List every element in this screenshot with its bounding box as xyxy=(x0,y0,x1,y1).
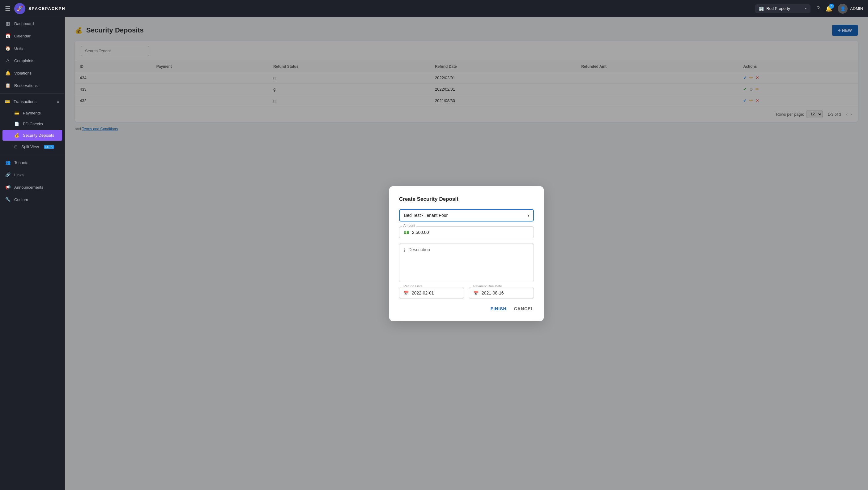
announcements-icon: 📢 xyxy=(5,185,10,190)
sidebar-label-tenants: Tenants xyxy=(14,160,28,165)
sidebar-item-links[interactable]: 🔗 Links xyxy=(0,169,65,181)
sidebar-label-units: Units xyxy=(14,46,24,51)
tenants-icon: 👥 xyxy=(5,160,10,165)
sidebar: ▦ Dashboard 📅 Calendar 🏠 Units ⚠ Complai… xyxy=(0,17,65,490)
sidebar-label-pd-checks: PD Checks xyxy=(23,121,43,126)
description-icon: ℹ xyxy=(404,248,405,253)
security-deposits-icon: 💰 xyxy=(14,133,19,138)
sidebar-label-custom: Custom xyxy=(14,197,28,202)
sidebar-label-security-deposits: Security Deposits xyxy=(23,133,54,138)
sidebar-item-dashboard[interactable]: ▦ Dashboard xyxy=(0,17,65,30)
sidebar-label-complaints: Complaints xyxy=(14,58,34,63)
complaints-icon: ⚠ xyxy=(5,58,10,63)
refund-date-field[interactable]: 📅 2022-02-01 xyxy=(399,287,464,299)
modal-footer: FINISH CANCEL xyxy=(399,306,534,311)
sidebar-item-transactions[interactable]: 💳 Transactions ∧ xyxy=(0,95,65,108)
tenant-dropdown-group: Bed Test - Tenant Four xyxy=(399,209,534,222)
transactions-submenu: 💳 Payments 📄 PD Checks 💰 Security Deposi… xyxy=(0,108,65,152)
sidebar-item-custom[interactable]: 🔧 Custom xyxy=(0,193,65,206)
amount-field-wrapper: 💵 xyxy=(399,226,534,238)
sidebar-label-announcements: Announcements xyxy=(14,185,43,190)
app-logo: 🚀 SPACEPACKPH xyxy=(14,3,65,14)
reservations-icon: 📋 xyxy=(5,83,10,88)
sidebar-label-reservations: Reservations xyxy=(14,83,38,88)
property-chevron-icon: ▾ xyxy=(805,6,807,10)
modal-title: Create Security Deposit xyxy=(399,196,534,202)
units-icon: 🏠 xyxy=(5,46,10,51)
property-selector[interactable]: 🏢 Red Property ▾ xyxy=(755,4,810,13)
refund-date-value: 2022-02-01 xyxy=(412,290,434,295)
topnav-actions: ? 🔔 0 👤 ADMIN xyxy=(817,4,863,13)
sidebar-label-transactions: Transactions xyxy=(13,99,36,104)
links-icon: 🔗 xyxy=(5,172,10,177)
amount-label: Amount xyxy=(402,224,416,227)
refund-date-icon: 📅 xyxy=(404,291,409,295)
transactions-icon: 💳 xyxy=(5,99,10,104)
sidebar-label-links: Links xyxy=(14,173,24,177)
date-row: Refund Date 📅 2022-02-01 Payment Due Dat… xyxy=(399,287,534,299)
logo-icon: 🚀 xyxy=(14,3,25,14)
property-name: Red Property xyxy=(766,6,803,11)
cancel-button[interactable]: CANCEL xyxy=(514,306,534,311)
user-menu[interactable]: 👤 ADMIN xyxy=(838,4,863,13)
sidebar-item-payments[interactable]: 💳 Payments xyxy=(0,108,65,118)
sidebar-item-pd-checks[interactable]: 📄 PD Checks xyxy=(0,118,65,129)
content-area: 💰 Security Deposits + NEW ID Payment Ref… xyxy=(65,17,868,490)
transactions-chevron-icon: ∧ xyxy=(57,99,60,104)
sidebar-label-dashboard: Dashboard xyxy=(14,21,34,26)
modal-overlay: Create Security Deposit Bed Test - Tenan… xyxy=(65,17,868,490)
description-textarea[interactable] xyxy=(408,247,529,278)
sidebar-item-tenants[interactable]: 👥 Tenants xyxy=(0,156,65,169)
username-label: ADMIN xyxy=(850,6,863,11)
sidebar-label-calendar: Calendar xyxy=(14,34,31,38)
finish-button[interactable]: FINISH xyxy=(491,306,507,311)
payment-due-date-value: 2021-08-16 xyxy=(482,290,504,295)
sidebar-item-security-deposits[interactable]: 💰 Security Deposits xyxy=(2,130,62,141)
amount-input[interactable] xyxy=(412,230,529,235)
hamburger-icon[interactable]: ☰ xyxy=(5,5,10,12)
description-wrapper: ℹ xyxy=(399,243,534,282)
payment-due-date-icon: 📅 xyxy=(473,291,478,295)
create-security-deposit-modal: Create Security Deposit Bed Test - Tenan… xyxy=(389,186,544,321)
property-icon: 🏢 xyxy=(758,6,764,11)
description-group: ℹ xyxy=(399,243,534,282)
notifications-button[interactable]: 🔔 0 xyxy=(825,5,832,12)
sidebar-item-complaints[interactable]: ⚠ Complaints xyxy=(0,54,65,67)
pd-checks-icon: 📄 xyxy=(14,121,19,126)
tenant-select[interactable]: Bed Test - Tenant Four xyxy=(399,209,534,222)
violations-icon: 🔔 xyxy=(5,70,10,76)
sidebar-item-violations[interactable]: 🔔 Violations xyxy=(0,67,65,79)
beta-badge: BETA xyxy=(44,145,54,149)
main-layout: ▦ Dashboard 📅 Calendar 🏠 Units ⚠ Complai… xyxy=(0,17,868,490)
dashboard-icon: ▦ xyxy=(5,21,10,26)
tenant-select-wrapper: Bed Test - Tenant Four xyxy=(399,209,534,222)
payment-due-date-field[interactable]: 📅 2021-08-16 xyxy=(469,287,534,299)
sidebar-item-split-view[interactable]: ⊞ Split View BETA xyxy=(0,141,65,152)
sidebar-item-units[interactable]: 🏠 Units xyxy=(0,42,65,54)
sidebar-item-calendar[interactable]: 📅 Calendar xyxy=(0,30,65,42)
help-button[interactable]: ? xyxy=(817,5,820,12)
calendar-icon: 📅 xyxy=(5,33,10,38)
sidebar-item-reservations[interactable]: 📋 Reservations xyxy=(0,79,65,92)
sidebar-item-announcements[interactable]: 📢 Announcements xyxy=(0,181,65,193)
amount-group: Amount 💵 xyxy=(399,226,534,238)
brand-name: SPACEPACKPH xyxy=(28,6,65,11)
avatar: 👤 xyxy=(838,4,847,13)
amount-icon: 💵 xyxy=(404,230,409,235)
payments-icon: 💳 xyxy=(14,111,19,115)
notification-badge: 0 xyxy=(829,4,834,9)
sidebar-label-split-view: Split View xyxy=(21,144,39,149)
sidebar-label-violations: Violations xyxy=(14,71,32,76)
sidebar-label-payments: Payments xyxy=(23,111,41,115)
topnav: ☰ 🚀 SPACEPACKPH 🏢 Red Property ▾ ? 🔔 0 👤… xyxy=(0,0,868,17)
custom-icon: 🔧 xyxy=(5,197,10,202)
split-view-icon: ⊞ xyxy=(14,144,18,149)
